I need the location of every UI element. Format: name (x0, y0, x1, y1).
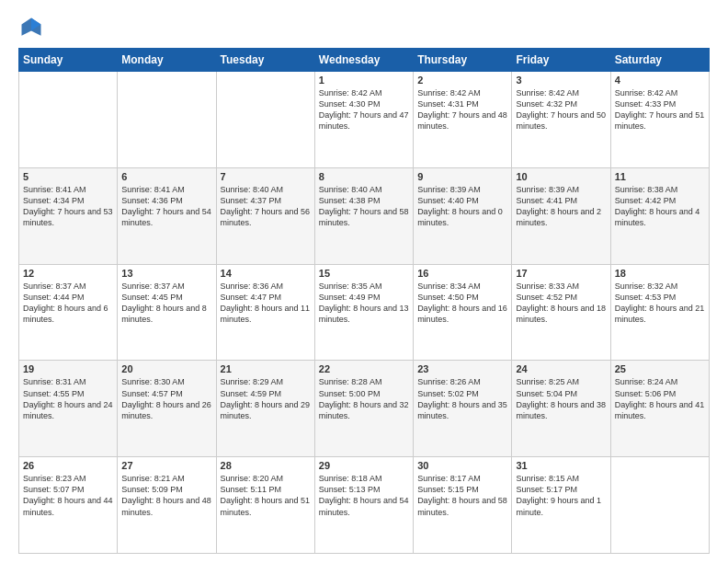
calendar-header-row: SundayMondayTuesdayWednesdayThursdayFrid… (19, 49, 710, 72)
day-info: Sunrise: 8:15 AM Sunset: 5:17 PM Dayligh… (516, 473, 606, 518)
day-number: 20 (121, 363, 211, 374)
calendar-header-friday: Friday (512, 49, 610, 72)
day-info: Sunrise: 8:34 AM Sunset: 4:50 PM Dayligh… (417, 281, 507, 326)
day-number: 1 (319, 75, 409, 86)
day-number: 12 (23, 268, 113, 279)
day-info: Sunrise: 8:29 AM Sunset: 4:59 PM Dayligh… (221, 376, 311, 421)
calendar-cell: 15Sunrise: 8:35 AM Sunset: 4:49 PM Dayli… (314, 264, 413, 361)
day-info: Sunrise: 8:38 AM Sunset: 4:42 PM Dayligh… (615, 184, 705, 229)
calendar-cell: 13Sunrise: 8:37 AM Sunset: 4:45 PM Dayli… (118, 264, 216, 361)
logo (18, 15, 48, 40)
day-number: 7 (221, 171, 311, 182)
calendar-cell: 24Sunrise: 8:25 AM Sunset: 5:04 PM Dayli… (512, 361, 610, 457)
calendar-cell: 21Sunrise: 8:29 AM Sunset: 4:59 PM Dayli… (216, 361, 314, 457)
day-info: Sunrise: 8:18 AM Sunset: 5:13 PM Dayligh… (319, 473, 409, 518)
day-number: 27 (121, 460, 211, 471)
day-number: 15 (319, 268, 409, 279)
calendar-cell: 9Sunrise: 8:39 AM Sunset: 4:40 PM Daylig… (414, 167, 512, 264)
calendar-cell: 31Sunrise: 8:15 AM Sunset: 5:17 PM Dayli… (512, 457, 610, 554)
calendar-cell: 18Sunrise: 8:32 AM Sunset: 4:53 PM Dayli… (610, 264, 709, 361)
calendar-cell: 4Sunrise: 8:42 AM Sunset: 4:33 PM Daylig… (610, 72, 709, 168)
day-info: Sunrise: 8:28 AM Sunset: 5:00 PM Dayligh… (319, 376, 409, 421)
day-info: Sunrise: 8:39 AM Sunset: 4:40 PM Dayligh… (417, 184, 507, 229)
calendar-week-1: 1Sunrise: 8:42 AM Sunset: 4:30 PM Daylig… (19, 72, 710, 168)
day-number: 23 (417, 363, 507, 374)
day-number: 29 (319, 460, 409, 471)
calendar-cell: 26Sunrise: 8:23 AM Sunset: 5:07 PM Dayli… (19, 457, 118, 554)
calendar-header-tuesday: Tuesday (216, 49, 314, 72)
day-info: Sunrise: 8:30 AM Sunset: 4:57 PM Dayligh… (121, 376, 211, 421)
day-info: Sunrise: 8:36 AM Sunset: 4:47 PM Dayligh… (221, 281, 311, 326)
calendar-header-monday: Monday (118, 49, 216, 72)
calendar-cell: 8Sunrise: 8:40 AM Sunset: 4:38 PM Daylig… (314, 167, 413, 264)
day-info: Sunrise: 8:42 AM Sunset: 4:32 PM Dayligh… (516, 87, 606, 132)
day-number: 10 (516, 171, 606, 182)
day-number: 14 (221, 268, 311, 279)
calendar-cell (216, 72, 314, 168)
day-number: 5 (23, 171, 113, 182)
calendar-cell: 12Sunrise: 8:37 AM Sunset: 4:44 PM Dayli… (19, 264, 118, 361)
calendar-cell: 30Sunrise: 8:17 AM Sunset: 5:15 PM Dayli… (414, 457, 512, 554)
calendar-cell: 20Sunrise: 8:30 AM Sunset: 4:57 PM Dayli… (118, 361, 216, 457)
calendar-cell: 27Sunrise: 8:21 AM Sunset: 5:09 PM Dayli… (118, 457, 216, 554)
day-number: 11 (615, 171, 705, 182)
day-info: Sunrise: 8:32 AM Sunset: 4:53 PM Dayligh… (615, 281, 705, 326)
day-number: 6 (121, 171, 211, 182)
day-info: Sunrise: 8:33 AM Sunset: 4:52 PM Dayligh… (516, 281, 606, 326)
calendar-cell (19, 72, 118, 168)
day-number: 4 (615, 75, 705, 86)
day-info: Sunrise: 8:37 AM Sunset: 4:45 PM Dayligh… (121, 281, 211, 326)
calendar-cell: 16Sunrise: 8:34 AM Sunset: 4:50 PM Dayli… (414, 264, 512, 361)
calendar-cell: 22Sunrise: 8:28 AM Sunset: 5:00 PM Dayli… (314, 361, 413, 457)
day-number: 9 (417, 171, 507, 182)
calendar-cell: 29Sunrise: 8:18 AM Sunset: 5:13 PM Dayli… (314, 457, 413, 554)
calendar-cell: 19Sunrise: 8:31 AM Sunset: 4:55 PM Dayli… (19, 361, 118, 457)
calendar-header-saturday: Saturday (610, 49, 709, 72)
day-info: Sunrise: 8:41 AM Sunset: 4:34 PM Dayligh… (23, 184, 113, 229)
calendar-week-3: 12Sunrise: 8:37 AM Sunset: 4:44 PM Dayli… (19, 264, 710, 361)
logo-icon (18, 15, 44, 40)
calendar-cell: 17Sunrise: 8:33 AM Sunset: 4:52 PM Dayli… (512, 264, 610, 361)
day-number: 8 (319, 171, 409, 182)
day-info: Sunrise: 8:21 AM Sunset: 5:09 PM Dayligh… (121, 473, 211, 518)
calendar-cell (118, 72, 216, 168)
calendar-header-wednesday: Wednesday (314, 49, 413, 72)
calendar-cell: 25Sunrise: 8:24 AM Sunset: 5:06 PM Dayli… (610, 361, 709, 457)
calendar: SundayMondayTuesdayWednesdayThursdayFrid… (18, 48, 710, 554)
header (18, 15, 710, 40)
day-info: Sunrise: 8:25 AM Sunset: 5:04 PM Dayligh… (516, 376, 606, 421)
calendar-week-5: 26Sunrise: 8:23 AM Sunset: 5:07 PM Dayli… (19, 457, 710, 554)
day-info: Sunrise: 8:39 AM Sunset: 4:41 PM Dayligh… (516, 184, 606, 229)
day-info: Sunrise: 8:17 AM Sunset: 5:15 PM Dayligh… (417, 473, 507, 518)
calendar-week-2: 5Sunrise: 8:41 AM Sunset: 4:34 PM Daylig… (19, 167, 710, 264)
day-info: Sunrise: 8:35 AM Sunset: 4:49 PM Dayligh… (319, 281, 409, 326)
calendar-cell (610, 457, 709, 554)
day-number: 18 (615, 268, 705, 279)
day-number: 17 (516, 268, 606, 279)
calendar-cell: 28Sunrise: 8:20 AM Sunset: 5:11 PM Dayli… (216, 457, 314, 554)
calendar-cell: 1Sunrise: 8:42 AM Sunset: 4:30 PM Daylig… (314, 72, 413, 168)
calendar-cell: 5Sunrise: 8:41 AM Sunset: 4:34 PM Daylig… (19, 167, 118, 264)
calendar-cell: 6Sunrise: 8:41 AM Sunset: 4:36 PM Daylig… (118, 167, 216, 264)
calendar-cell: 23Sunrise: 8:26 AM Sunset: 5:02 PM Dayli… (414, 361, 512, 457)
day-info: Sunrise: 8:26 AM Sunset: 5:02 PM Dayligh… (417, 376, 507, 421)
day-info: Sunrise: 8:23 AM Sunset: 5:07 PM Dayligh… (23, 473, 113, 518)
day-number: 28 (221, 460, 311, 471)
day-info: Sunrise: 8:40 AM Sunset: 4:38 PM Dayligh… (319, 184, 409, 229)
day-number: 26 (23, 460, 113, 471)
calendar-cell: 10Sunrise: 8:39 AM Sunset: 4:41 PM Dayli… (512, 167, 610, 264)
calendar-header-thursday: Thursday (414, 49, 512, 72)
day-info: Sunrise: 8:20 AM Sunset: 5:11 PM Dayligh… (221, 473, 311, 518)
day-info: Sunrise: 8:24 AM Sunset: 5:06 PM Dayligh… (615, 376, 705, 421)
day-info: Sunrise: 8:40 AM Sunset: 4:37 PM Dayligh… (221, 184, 311, 229)
day-info: Sunrise: 8:37 AM Sunset: 4:44 PM Dayligh… (23, 281, 113, 326)
calendar-cell: 7Sunrise: 8:40 AM Sunset: 4:37 PM Daylig… (216, 167, 314, 264)
day-number: 19 (23, 363, 113, 374)
calendar-cell: 2Sunrise: 8:42 AM Sunset: 4:31 PM Daylig… (414, 72, 512, 168)
page: SundayMondayTuesdayWednesdayThursdayFrid… (0, 0, 728, 563)
calendar-week-4: 19Sunrise: 8:31 AM Sunset: 4:55 PM Dayli… (19, 361, 710, 457)
day-number: 21 (221, 363, 311, 374)
day-number: 24 (516, 363, 606, 374)
day-number: 22 (319, 363, 409, 374)
day-number: 31 (516, 460, 606, 471)
